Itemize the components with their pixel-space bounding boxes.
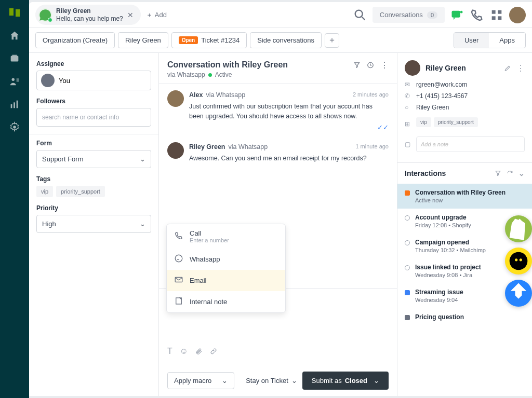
reports-icon[interactable] (9, 99, 20, 110)
home-icon[interactable] (9, 30, 20, 42)
jira-fab[interactable] (505, 280, 532, 307)
conversation-title: Conversation with Riley Green (167, 60, 288, 70)
stay-on-ticket-button[interactable]: Stay on Ticket⌄ (246, 377, 297, 385)
svg-point-24 (510, 252, 528, 270)
svg-point-11 (355, 10, 362, 17)
text-format-icon[interactable]: T (167, 347, 172, 356)
phone-icon: ✆ (405, 92, 412, 100)
conversations-button[interactable]: Conversations 0 (373, 7, 445, 23)
settings-icon[interactable] (9, 121, 20, 133)
svg-rect-1 (16, 9, 20, 17)
tab-subtitle: Hello, can you help me? (56, 15, 123, 22)
svg-rect-16 (498, 10, 501, 13)
interaction-item[interactable]: Pricing question (397, 308, 532, 326)
assignee-select[interactable]: You (36, 71, 151, 90)
add-tab-button[interactable]: ＋Add (146, 10, 167, 20)
channel-email[interactable]: Email (167, 270, 285, 291)
apps-toggle[interactable]: Apps (489, 33, 525, 48)
emoji-icon[interactable]: ☺ (180, 347, 188, 356)
tab-name: Riley Green (56, 7, 123, 15)
interaction-item[interactable]: Conversation with Riley GreenActive now (397, 184, 532, 209)
svg-point-10 (13, 126, 16, 129)
status-icon (405, 290, 410, 295)
chevron-down-icon: ⌄ (140, 155, 145, 163)
user-avatar (405, 60, 420, 76)
sender-avatar (167, 142, 184, 159)
edit-icon[interactable] (504, 63, 511, 73)
status-icon (405, 265, 410, 270)
followers-label: Followers (36, 98, 151, 105)
whatsapp-icon (38, 8, 52, 22)
via-channel: via Whatsapp (167, 71, 205, 78)
search-icon[interactable] (353, 8, 367, 22)
add-context-button[interactable]: ＋ (325, 33, 339, 48)
svg-rect-7 (11, 104, 12, 108)
sender-avatar (167, 90, 184, 107)
org-tab[interactable]: Organization (Create) (35, 32, 115, 48)
ticket-tab[interactable]: Open Ticket #1234 (171, 32, 247, 48)
user-tag[interactable]: vip (416, 117, 431, 127)
svg-point-14 (460, 10, 463, 13)
product-logo (8, 6, 21, 19)
filter-icon[interactable] (495, 169, 501, 177)
chevron-down-icon: ⌄ (291, 377, 297, 385)
active-tab[interactable]: Riley Green Hello, can you help me? ✕ (35, 5, 141, 25)
form-label: Form (36, 140, 151, 147)
user-email: rgreen@work.com (416, 81, 467, 88)
chevron-down-icon[interactable]: ⌄ (518, 169, 525, 177)
priority-label: Priority (36, 204, 151, 212)
side-conversations-tab[interactable]: Side conversations (250, 32, 322, 48)
shopify-fab[interactable] (505, 215, 532, 242)
tag-vip[interactable]: vip (36, 186, 53, 197)
svg-point-4 (12, 78, 15, 81)
svg-point-25 (515, 258, 517, 261)
whatsapp-icon: ○ (405, 104, 412, 111)
channel-note[interactable]: Internal note (167, 291, 285, 312)
user-tab[interactable]: Riley Green (118, 32, 168, 48)
apps-grid-icon[interactable] (489, 8, 504, 22)
tag-priority[interactable]: priority_support (56, 186, 105, 197)
refresh-icon[interactable] (507, 169, 513, 177)
user-name: Riley Green (425, 64, 466, 72)
email-icon (174, 275, 183, 286)
svg-rect-8 (14, 102, 15, 108)
svg-rect-2 (11, 56, 19, 62)
svg-rect-6 (17, 80, 19, 81)
channel-whatsapp[interactable]: Whatsapp (167, 249, 285, 270)
svg-rect-18 (498, 16, 501, 20)
messages-icon[interactable] (450, 8, 464, 22)
attachment-icon[interactable] (195, 347, 203, 356)
link-icon[interactable] (210, 347, 217, 356)
channel-menu: CallEnter a number Whatsapp Email Intern… (166, 224, 286, 313)
apply-macro-button[interactable]: Apply macro⌄ (167, 372, 234, 389)
inbox-icon[interactable] (9, 53, 20, 64)
user-toggle[interactable]: User (454, 33, 489, 48)
form-select[interactable]: Support Form⌄ (36, 150, 151, 168)
followers-input[interactable]: search name or contact info (36, 108, 151, 127)
add-note-input[interactable]: Add a note (416, 136, 525, 152)
whatsapp-icon (174, 254, 183, 265)
user-phone: +1 (415) 123-4567 (416, 92, 468, 100)
assignee-label: Assignee (36, 60, 151, 67)
history-icon[interactable] (367, 60, 374, 70)
interactions-title: Interactions (405, 169, 446, 177)
filter-icon[interactable] (353, 60, 361, 70)
profile-avatar[interactable] (509, 7, 526, 23)
more-icon[interactable]: ⋮ (516, 63, 525, 73)
phone-icon[interactable] (470, 8, 484, 22)
mailchimp-fab[interactable] (505, 248, 532, 275)
user-tag[interactable]: priority_support (434, 117, 478, 127)
chevron-down-icon: ⌄ (374, 377, 379, 385)
more-icon[interactable]: ⋮ (380, 60, 389, 70)
svg-rect-9 (17, 101, 18, 108)
priority-select[interactable]: High⌄ (36, 215, 151, 233)
message-row: Riley Greenvia Whatsapp1 minute ago Awes… (167, 142, 389, 163)
assignee-avatar (41, 74, 55, 87)
users-icon[interactable] (9, 76, 20, 87)
conversation-status: Active (215, 71, 232, 78)
channel-call[interactable]: CallEnter a number (167, 224, 285, 249)
close-tab-icon[interactable]: ✕ (127, 11, 134, 19)
conv-count-badge: 0 (427, 11, 437, 19)
status-dot (208, 73, 212, 77)
submit-button[interactable]: Submit as Closed⌄ (302, 372, 389, 390)
